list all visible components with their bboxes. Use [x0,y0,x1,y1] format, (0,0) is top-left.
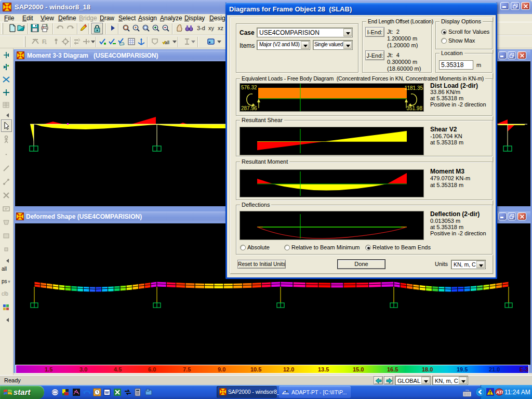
svg-text:287.96: 287.96 [241,105,257,111]
svg-text:all: all [165,40,169,45]
svg-text:ATI: ATI [496,390,503,395]
svg-text:576.32: 576.32 [241,85,257,90]
svg-text:1181.35: 1181.35 [405,85,423,91]
svg-text:G: G [46,24,48,26]
svg-text:W: W [105,390,109,395]
svg-text:351.98: 351.98 [406,105,422,111]
